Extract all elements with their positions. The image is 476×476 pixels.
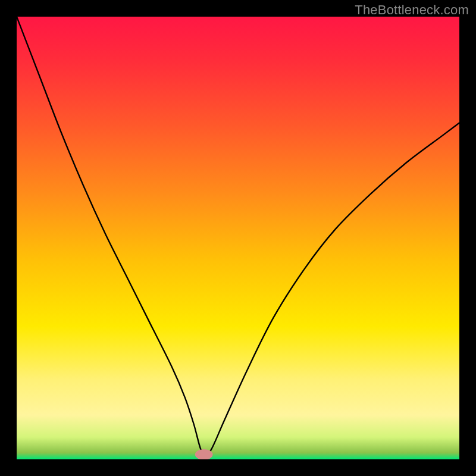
min-point-marker — [195, 449, 213, 459]
plot-area — [17, 17, 459, 459]
chart-svg — [17, 17, 459, 459]
watermark-label: TheBottleneck.com — [355, 2, 469, 18]
chart-background — [17, 17, 459, 459]
